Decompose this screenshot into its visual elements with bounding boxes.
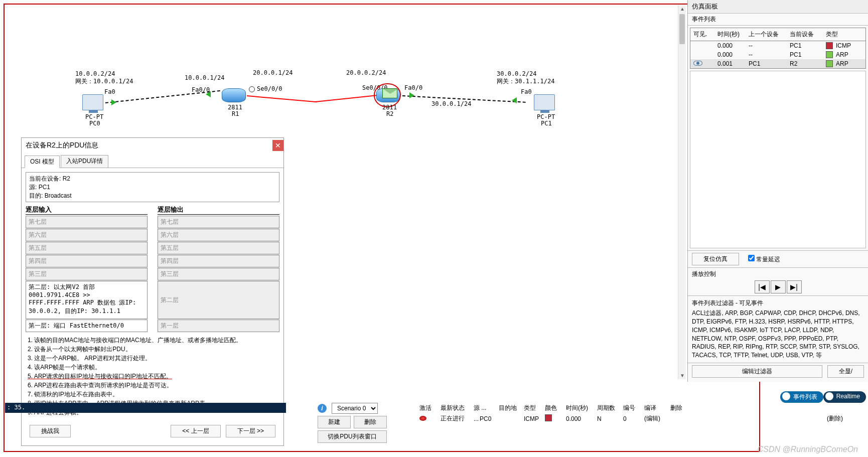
in-layer3[interactable]: 第三层 <box>26 268 148 280</box>
device-pc0[interactable] <box>82 94 103 110</box>
r1-ip: 10.0.0.1/24 <box>185 74 224 81</box>
mode-switch: 事件列表 Realtime <box>780 391 866 403</box>
in-layer1[interactable]: 第一层: 端口 FastEthernet0/0 <box>26 320 148 332</box>
col-last-device: 上一个设备 <box>749 29 790 40</box>
canvas-scrollbar[interactable]: ▲ ▼ <box>678 5 686 379</box>
device-r1[interactable] <box>222 88 246 102</box>
eye-icon <box>693 61 702 66</box>
pc1-l1: PC-PT <box>537 113 555 120</box>
reset-sim-button[interactable]: 复位仿真 <box>692 253 739 265</box>
link-up-icon <box>409 92 414 98</box>
info-icon[interactable]: i <box>318 404 327 413</box>
play-button[interactable]: ▶ <box>771 280 786 293</box>
r-dst <box>496 418 521 420</box>
out-layer6[interactable]: 第六层 <box>158 229 279 241</box>
show-all-button[interactable]: 全显/ <box>827 365 864 378</box>
h-src: 源 ... <box>471 403 496 413</box>
play-control-title: 播放控制 <box>692 270 864 278</box>
r-num: 0 <box>620 414 641 423</box>
event-row[interactable]: 0.001PC1R2ARP <box>690 59 865 68</box>
constant-delay-label[interactable]: 常量延迟 <box>748 255 780 264</box>
step-2: 2. 设备从一个以太网帧中解封出PDU。 <box>28 345 277 354</box>
event-list-mode-button[interactable]: 事件列表 <box>780 391 823 403</box>
in-layer7[interactable]: 第七层 <box>26 216 148 228</box>
pdu-info-dialog: 在设备R2上的PDU信息 ✕ OSI 模型 入站PDU详情 当前在设备: R2 … <box>21 137 284 446</box>
device-pc1[interactable] <box>534 94 555 110</box>
toggle-pdu-list-button[interactable]: 切换PDU列表窗口 <box>318 430 387 443</box>
pdu-summary-box: 当前在设备: R2 源: PC1 目的: Broadcast <box>26 172 279 202</box>
destination: 目的: Broadcast <box>29 192 276 200</box>
out-layer1[interactable]: 第一层 <box>158 320 279 332</box>
realtime-mode-button[interactable]: Realtime <box>823 391 866 403</box>
step-forward-button[interactable]: ▶| <box>787 280 802 293</box>
in-layer4[interactable]: 第四层 <box>26 255 148 267</box>
h-state: 最新状态 <box>438 403 471 413</box>
pdu-tabs: OSI 模型 入站PDU详情 <box>22 155 283 168</box>
pdu-envelope-icon[interactable] <box>382 88 397 98</box>
r1-ifL: Fa0/0 <box>192 86 210 93</box>
step-4: 4. 该ARP帧是一个请求帧。 <box>28 363 277 372</box>
in-layer6[interactable]: 第六层 <box>26 229 148 241</box>
tab-osi-model[interactable]: OSI 模型 <box>25 156 60 168</box>
pc0-ip: 10.0.0.2/24 <box>75 70 115 77</box>
out-layer4[interactable]: 第四层 <box>158 255 279 267</box>
delete-scenario-button[interactable]: 删除 <box>354 416 387 428</box>
step-back-button[interactable]: |◀ <box>755 280 770 293</box>
constant-delay-checkbox[interactable] <box>748 255 755 261</box>
h-del: 删除 <box>667 403 863 413</box>
r-type: ICMP <box>521 414 542 423</box>
col-type: 类型 <box>826 29 862 40</box>
list-icon <box>782 392 790 400</box>
in-layer2[interactable]: 第二层: 以太网V2 首部 0001.9791.4CE8 >> FFFF.FFF… <box>26 281 148 319</box>
out-layer3[interactable]: 第三层 <box>158 268 279 280</box>
filter-title: 事件列表过滤器 - 可见事件 <box>692 299 864 308</box>
simulation-panel: 仿真面板 事件列表 可见. 时间(秒) 上一个设备 当前设备 类型 0.000-… <box>687 0 868 382</box>
event-row[interactable]: 0.000--PC1ARP <box>690 50 865 59</box>
pc0-gw: 网关：10.0.0.1/24 <box>75 77 133 86</box>
step-1: 1. 该帧的目的MAC地址与接收端口的MAC地址、广播地址、或者多播地址匹配。 <box>28 336 277 345</box>
scroll-thumb[interactable] <box>679 14 685 44</box>
color-swatch <box>545 414 552 421</box>
step-7: 7. 锁清秋的IP地址不在路由表中。 <box>28 390 277 399</box>
scroll-up-icon[interactable]: ▲ <box>680 6 685 12</box>
step-6: 6. ARP进程在路由表中查询所请求的IP地址是否可达。 <box>28 381 277 390</box>
in-layers-title: 逐层输入 <box>26 205 148 215</box>
r1-l2: R1 <box>232 110 239 117</box>
sim-panel-title: 仿真面板 <box>688 0 868 14</box>
bottom-bar: : 35. i Scenario 0 新建 删除 切换PDU列表窗口 激活 最新… <box>5 403 863 442</box>
r-state: 正在进行 <box>438 413 471 424</box>
out-layer2[interactable]: 第二层 <box>158 281 279 319</box>
scroll-down-icon[interactable]: ▼ <box>680 373 685 378</box>
r-del[interactable]: (删除) <box>667 413 863 424</box>
taskbar-time: : 35. <box>7 404 25 411</box>
pc1-gw: 网关：30.1.1.1/24 <box>497 77 554 86</box>
h-act: 激活 <box>416 403 438 413</box>
edit-filter-button[interactable]: 编辑过滤器 <box>692 365 822 378</box>
tab-inbound-pdu[interactable]: 入站PDU详情 <box>61 155 108 168</box>
out-layer5[interactable]: 第五层 <box>158 242 279 254</box>
h-color: 颜色 <box>542 403 563 413</box>
scenario-select[interactable]: Scenario 0 <box>332 403 378 414</box>
col-current-device: 当前设备 <box>790 29 826 40</box>
h-period: 周期数 <box>594 403 620 413</box>
r-edit[interactable]: (编辑) <box>641 413 667 424</box>
event-filter-box: 事件列表过滤器 - 可见事件 ACL过滤器, ARP, BGP, CAPWAP,… <box>688 295 868 363</box>
at-device: 当前在设备: R2 <box>29 175 276 183</box>
h-dst: 目的地 <box>496 403 521 413</box>
in-layer5[interactable]: 第五层 <box>26 242 148 254</box>
pc0-iface: Fa0 <box>104 88 115 95</box>
r-time: 0.000 <box>563 414 594 423</box>
event-list-body: 0.000--PC1ICMP0.000--PC1ARP0.001PC1R2ARP <box>690 41 866 69</box>
fire-icon <box>419 416 426 421</box>
out-layer7[interactable]: 第七层 <box>158 216 279 228</box>
type-color-swatch <box>826 60 833 67</box>
clock-icon <box>249 86 255 92</box>
pc0-l1: PC-PT <box>85 113 103 120</box>
col-time: 时间(秒) <box>717 29 749 40</box>
new-scenario-button[interactable]: 新建 <box>318 416 351 428</box>
r2-lan: 30.0.0.1/24 <box>431 100 471 107</box>
close-button[interactable]: ✕ <box>272 140 283 151</box>
event-row[interactable]: 0.000--PC1ICMP <box>690 41 865 50</box>
pdu-status-row[interactable]: 正在进行 ... PC0 ICMP 0.000 N 0 (编辑) (删除) <box>416 413 863 424</box>
r1-l1: 2811 <box>228 104 242 111</box>
